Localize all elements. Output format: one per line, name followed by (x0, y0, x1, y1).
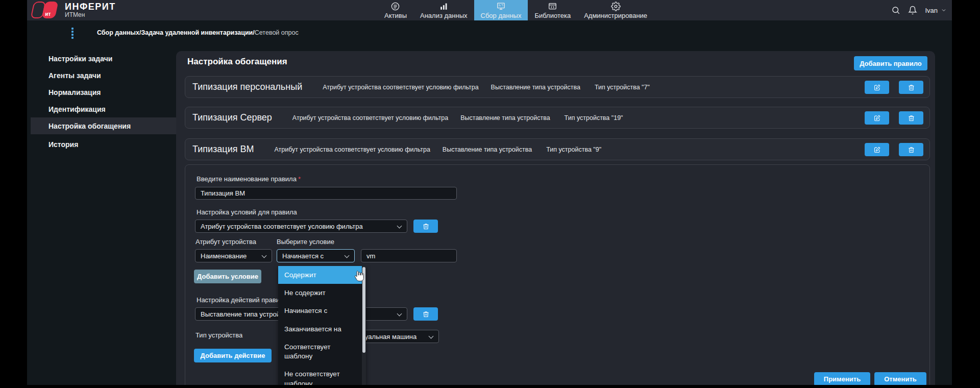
condition-select[interactable]: Начинается с (277, 249, 355, 262)
actions-section-label: Настройка действий правила (197, 296, 287, 304)
sidebar-item-task-settings[interactable]: Настройки задачи (31, 50, 176, 67)
edit-rule-button[interactable] (865, 111, 889, 125)
delete-rule-button[interactable] (899, 143, 923, 156)
trash-icon (422, 223, 430, 230)
rule-card: Типизация ВМ Атрибут устройства соответс… (185, 138, 930, 160)
chevron-down-icon (941, 7, 947, 13)
nav-tab-assets[interactable]: Активы (378, 0, 413, 20)
breadcrumb-path[interactable]: Сбор данных/Задача удаленной инвентариза… (97, 29, 255, 36)
sidebar-item-identification[interactable]: Идентификация (31, 101, 176, 117)
main-nav: Активы Анализ данных Сбор данных Библиот… (378, 0, 654, 20)
sidebar-item-history[interactable]: История (31, 136, 176, 153)
page-title: Настройка обогащения (187, 57, 287, 67)
rule-card: Типизация персональный Атрибут устройств… (185, 76, 930, 98)
breadcrumb-current: Сетевой опрос (255, 29, 299, 36)
add-rule-button[interactable]: Добавить правило (854, 56, 927, 70)
attribute-select[interactable]: Наименование (195, 249, 272, 262)
dropdown-option-not-contains[interactable]: Не содержит (278, 284, 362, 302)
edit-icon (873, 84, 881, 91)
product-name: ИТМен (65, 12, 116, 18)
analytics-icon (439, 2, 449, 11)
logo-badge: ит (45, 11, 51, 17)
user-menu[interactable]: Ivan (925, 7, 947, 14)
rule-name: Типизация персональный (192, 82, 302, 92)
trash-icon (908, 114, 915, 122)
nav-tab-data-analysis[interactable]: Анализ данных (413, 0, 474, 20)
rule-result: Тип устройства "9" (546, 146, 601, 153)
library-icon (548, 2, 557, 11)
rule-card: Типизация Сервер Атрибут устройства соот… (185, 107, 930, 129)
nav-tab-library[interactable]: Библиотека (528, 0, 577, 20)
assets-icon (390, 2, 400, 11)
required-mark: * (298, 175, 301, 183)
app-logo: ит ИНФЕРИТ ИТМен (29, 1, 116, 19)
condition-dropdown: Содержит Не содержит Начинается с Заканч… (278, 266, 366, 385)
chevron-down-icon (397, 311, 402, 317)
app-window: ит ИНФЕРИТ ИТМен Активы Анализ данных Сб… (27, 0, 952, 385)
delete-condition-button[interactable] (413, 220, 438, 233)
dropdown-option-contains[interactable]: Содержит (278, 266, 362, 284)
rule-action: Выставление типа устройства (460, 114, 550, 122)
nav-tab-administration[interactable]: Администрирование (577, 0, 654, 20)
dropdown-scrollbar[interactable] (362, 266, 366, 385)
logo-icon: ит (29, 1, 58, 19)
dropdown-option-not-matches-pattern[interactable]: Не соответствует шаблону (278, 365, 362, 385)
rule-name-label: Введите наименование правила* (197, 175, 301, 183)
rule-name-input[interactable] (195, 187, 457, 200)
nav-tab-data-collection[interactable]: Сбор данных (474, 0, 528, 20)
scrollbar-thumb[interactable] (362, 267, 365, 353)
sidebar-item-enrichment-settings[interactable]: Настройка обогащения (31, 117, 176, 134)
condition-type-select[interactable]: Атрибут устройства соответствует условию… (195, 220, 407, 233)
sidebar-item-task-agents[interactable]: Агенты задачи (31, 67, 176, 84)
letterbox-bottom (0, 385, 980, 388)
rule-result: Тип устройства "7" (595, 84, 650, 91)
dropdown-option-starts-with[interactable]: Начинается с (278, 302, 362, 320)
edit-icon (873, 146, 881, 154)
condition-value-input[interactable] (361, 249, 457, 262)
chevron-down-icon (397, 224, 402, 229)
data-collection-icon (496, 2, 506, 11)
dropdown-option-ends-with[interactable]: Заканчивается на (278, 320, 362, 338)
drag-dots-icon[interactable] (71, 28, 74, 39)
sidebar-item-normalization[interactable]: Нормализация (31, 84, 176, 101)
delete-action-button[interactable] (413, 307, 438, 321)
rule-condition: Атрибут устройства соответствует условию… (274, 146, 430, 153)
rule-name: Типизация ВМ (192, 144, 254, 155)
rule-action: Выставление типа устройства (491, 84, 580, 91)
condition-label: Выберите условие (277, 238, 334, 246)
cancel-button[interactable]: Отменить (874, 372, 926, 385)
breadcrumb-bar: Сбор данных/Задача удаленной инвентариза… (27, 20, 952, 45)
gear-icon (611, 2, 621, 11)
rule-result: Тип устройства "19" (565, 114, 623, 122)
trash-icon (422, 310, 430, 318)
dropdown-option-matches-pattern[interactable]: Соответствует шаблону (278, 338, 362, 365)
attribute-label: Атрибут устройства (195, 238, 256, 246)
top-header: ит ИНФЕРИТ ИТМен Активы Анализ данных Сб… (27, 0, 952, 20)
add-condition-button[interactable]: Добавить условие (194, 270, 261, 283)
breadcrumb: Сбор данных/Задача удаленной инвентариза… (97, 29, 299, 36)
trash-icon (908, 146, 915, 154)
search-icon[interactable] (891, 6, 900, 15)
device-type-label: Тип устройства (195, 331, 242, 339)
bell-icon[interactable] (908, 6, 917, 15)
delete-rule-button[interactable] (899, 81, 923, 94)
apply-button[interactable]: Применить (814, 372, 870, 385)
edit-rule-button[interactable] (865, 143, 889, 156)
rule-action: Выставление типа устройства (443, 146, 532, 153)
add-action-button[interactable]: Добавить действие (194, 349, 272, 362)
delete-rule-button[interactable] (899, 111, 923, 125)
rule-condition: Атрибут устройства соответствует условию… (292, 114, 448, 122)
main-panel: Настройка обогащения Добавить правило Ти… (176, 51, 935, 385)
rule-condition: Атрибут устройства соответствует условию… (323, 84, 478, 91)
rule-name: Типизация Сервер (192, 112, 272, 123)
chevron-down-icon (345, 253, 350, 258)
chevron-down-icon (429, 334, 434, 339)
user-name: Ivan (925, 7, 938, 14)
edit-icon (873, 114, 881, 122)
trash-icon (908, 84, 915, 91)
conditions-section-label: Настройка условий для правила (197, 208, 297, 216)
edit-rule-button[interactable] (865, 81, 889, 94)
brand-name: ИНФЕРИТ (65, 2, 116, 12)
chevron-down-icon (262, 253, 267, 258)
